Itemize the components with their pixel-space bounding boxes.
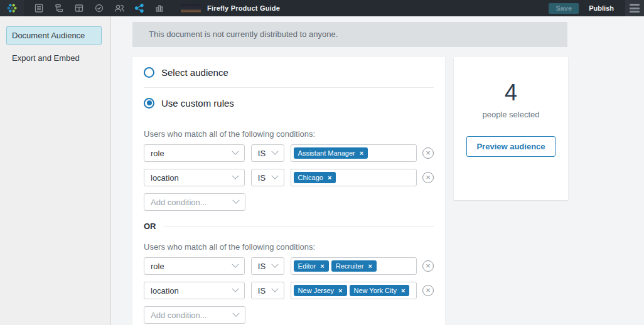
sidebar: Document Audience Export and Embed (0, 16, 110, 325)
sidebar-item-document-audience[interactable]: Document Audience (6, 26, 102, 45)
operator-select[interactable]: IS (251, 282, 284, 299)
field-select[interactable]: location (144, 169, 245, 186)
field-select[interactable]: role (144, 144, 245, 162)
option-use-custom-rules[interactable]: Use custom rules (144, 88, 434, 118)
remove-tag-icon[interactable]: × (320, 262, 324, 270)
layout-icon[interactable] (69, 0, 89, 16)
chevron-down-icon (232, 197, 239, 204)
chevron-down-icon (232, 173, 239, 179)
remove-condition-button[interactable]: × (422, 147, 434, 159)
audience-rules-panel: Select audience Use custom rules Users w… (132, 57, 445, 325)
value-tag: Chicago× (294, 172, 336, 183)
publish-button[interactable]: Publish (589, 4, 614, 12)
values-input[interactable]: Assistant Manager× (291, 144, 417, 162)
group-label: Users who match all of the following con… (144, 129, 434, 139)
chevron-down-icon (232, 310, 239, 317)
remove-tag-icon[interactable]: × (401, 287, 405, 294)
or-divider: OR (144, 221, 434, 231)
group-label: Users who match all of the following con… (144, 242, 434, 252)
values-input[interactable]: New Jersey×New York City× (291, 282, 417, 299)
chevron-down-icon (271, 261, 278, 268)
bar-chart-icon[interactable] (149, 0, 169, 16)
topbar-icon-group (29, 0, 169, 16)
value-tag: Assistant Manager× (294, 147, 368, 159)
option-select-audience[interactable]: Select audience (144, 57, 434, 87)
save-button[interactable]: Save (549, 3, 579, 14)
share-icon[interactable] (129, 0, 149, 16)
app-logo-icon[interactable] (0, 0, 24, 16)
remove-tag-icon[interactable]: × (338, 287, 342, 294)
or-label: OR (144, 221, 156, 231)
chevron-down-icon (232, 148, 239, 155)
chevron-down-icon (232, 261, 239, 268)
condition-row: role IS Assistant Manager× × (144, 144, 434, 162)
chevron-down-icon (271, 173, 278, 179)
value-tag: New York City× (350, 285, 410, 296)
condition-row: location IS New Jersey×New York City× × (144, 282, 434, 299)
condition-groups: Users who match all of the following con… (144, 129, 434, 324)
condition-row: role IS Editor×Recruiter× × (144, 257, 434, 275)
topbar: Firefly Product Guide Save Publish (0, 0, 644, 16)
field-select[interactable]: role (144, 257, 245, 275)
add-condition-row: Add condition... (144, 193, 434, 211)
operator-select[interactable]: IS (251, 257, 284, 275)
people-count: 4 (454, 80, 568, 106)
people-icon[interactable] (109, 0, 129, 16)
people-count-caption: people selected (454, 110, 568, 119)
check-circle-icon[interactable] (89, 0, 109, 16)
condition-row: location IS Chicago× × (144, 169, 434, 186)
distribution-status-banner: This document is not currently distribut… (132, 22, 567, 47)
radio-selected-icon[interactable] (144, 98, 154, 109)
add-condition-row: Add condition... (144, 306, 434, 324)
remove-tag-icon[interactable]: × (328, 174, 331, 181)
chevron-down-icon (271, 148, 278, 155)
remove-condition-button[interactable]: × (422, 172, 434, 183)
sidebar-item-export-and-embed[interactable]: Export and Embed (6, 50, 102, 67)
values-input[interactable]: Editor×Recruiter× (291, 257, 417, 275)
remove-tag-icon[interactable]: × (360, 149, 363, 157)
document-title: Firefly Product Guide (207, 4, 280, 12)
chevron-down-icon (232, 285, 239, 292)
main-content: This document is not currently distribut… (110, 16, 644, 325)
audience-summary-card: 4 people selected Preview audience (454, 57, 568, 200)
add-condition-select[interactable]: Add condition... (144, 306, 245, 324)
values-input[interactable]: Chicago× (291, 169, 417, 186)
chevron-down-icon (271, 285, 278, 292)
preview-audience-button[interactable]: Preview audience (466, 136, 555, 157)
value-tag: Editor× (294, 260, 329, 272)
field-select[interactable]: location (144, 282, 245, 299)
operator-select[interactable]: IS (251, 169, 284, 186)
remove-tag-icon[interactable]: × (368, 262, 372, 270)
document-icon[interactable] (29, 0, 49, 16)
value-tag: New Jersey× (294, 285, 347, 296)
menu-icon[interactable] (625, 0, 644, 16)
workflow-icon[interactable] (49, 0, 69, 16)
add-condition-select[interactable]: Add condition... (144, 193, 245, 211)
remove-condition-button[interactable]: × (422, 260, 434, 272)
radio-unselected-icon[interactable] (144, 67, 154, 78)
document-thumbnail (181, 4, 201, 13)
operator-select[interactable]: IS (251, 144, 284, 162)
value-tag: Recruiter× (331, 260, 377, 272)
remove-condition-button[interactable]: × (422, 285, 434, 296)
